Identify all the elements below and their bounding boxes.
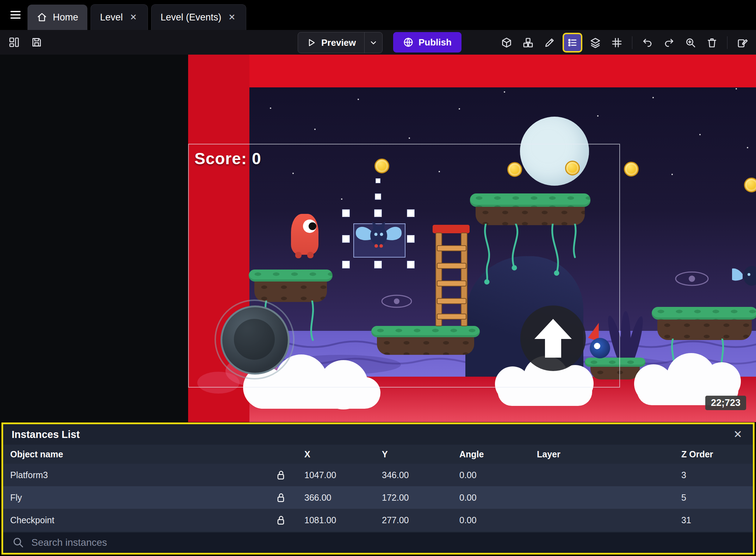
- coin-instance[interactable]: [744, 178, 756, 192]
- star: [671, 174, 673, 175]
- up-arrow-icon: [520, 305, 586, 371]
- player-leg: [307, 252, 314, 258]
- star: [341, 198, 342, 200]
- delete-button[interactable]: [704, 34, 720, 51]
- layout-grid-icon: [8, 37, 20, 48]
- instances-list-button[interactable]: [563, 33, 582, 52]
- lock-toggle[interactable]: [264, 469, 297, 481]
- zoom-in-icon: [685, 37, 696, 48]
- cube-icon: [501, 37, 512, 48]
- fly-instance[interactable]: [732, 258, 756, 292]
- selection-handle[interactable]: [342, 235, 350, 243]
- jump-button[interactable]: [520, 305, 586, 371]
- zoom-button[interactable]: [682, 34, 699, 51]
- layers-icon: [590, 37, 601, 48]
- ladder-rung: [437, 314, 466, 320]
- lock-toggle[interactable]: [264, 492, 297, 503]
- publish-label: Publish: [419, 37, 452, 48]
- menu-button[interactable]: [6, 8, 23, 22]
- cell-angle: 0.00: [452, 515, 530, 525]
- platform-grass: [371, 326, 480, 337]
- preview-label: Preview: [321, 37, 356, 48]
- tab-bar: Home Level ✕ Level (Events) ✕: [0, 0, 756, 30]
- eye-creature[interactable]: [674, 270, 710, 287]
- moon[interactable]: [520, 117, 589, 186]
- platform-instance[interactable]: [371, 326, 480, 355]
- preview-split-button[interactable]: Preview: [298, 32, 383, 53]
- edit-scene-icon: [737, 37, 748, 48]
- undo-button[interactable]: [639, 34, 656, 51]
- player-instance[interactable]: [291, 214, 318, 255]
- lock-toggle[interactable]: [264, 514, 297, 526]
- instances-table-header: Object name X Y Angle Layer Z Order: [3, 445, 753, 464]
- star: [699, 134, 701, 135]
- cell-z-order: 5: [674, 493, 753, 503]
- fly-instance[interactable]: [352, 217, 405, 256]
- platform-instance[interactable]: [249, 270, 333, 302]
- selection-handle[interactable]: [407, 261, 415, 268]
- coin-instance[interactable]: [507, 162, 522, 177]
- table-row[interactable]: Platform3 1047.00 346.00 0.00 3: [3, 464, 753, 486]
- tab-level-events[interactable]: Level (Events) ✕: [151, 4, 247, 30]
- project-manager-button[interactable]: [6, 34, 23, 51]
- platform-instance[interactable]: [652, 307, 756, 340]
- ladder-rung: [437, 245, 466, 251]
- platform-dirt: [657, 320, 752, 340]
- selection-handle[interactable]: [374, 261, 382, 268]
- publish-button[interactable]: Publish: [393, 32, 461, 52]
- star: [439, 171, 440, 172]
- tab-level-events-label: Level (Events): [161, 12, 222, 23]
- rotation-handle[interactable]: [375, 193, 381, 200]
- scene-canvas[interactable]: Score: 0 22;723: [0, 55, 756, 422]
- platform-instance[interactable]: [470, 193, 590, 225]
- redo-button[interactable]: [661, 34, 677, 51]
- cell-y: 172.00: [375, 493, 452, 503]
- selection-handle[interactable]: [342, 261, 350, 268]
- tab-home[interactable]: Home: [27, 5, 87, 30]
- col-x: X: [297, 449, 375, 459]
- save-button[interactable]: [28, 34, 45, 51]
- eye-creature[interactable]: [380, 294, 414, 309]
- cloud-base: [247, 377, 380, 409]
- ladder-instance[interactable]: [434, 225, 468, 325]
- edit-scene-button[interactable]: [734, 34, 751, 51]
- selection-handle[interactable]: [342, 209, 350, 217]
- coin-instance[interactable]: [565, 161, 580, 175]
- pink-bush: [197, 372, 240, 394]
- object-button[interactable]: [498, 34, 515, 51]
- star: [270, 107, 271, 109]
- search-bar: [3, 532, 753, 553]
- play-icon: [306, 38, 316, 48]
- selection-handle[interactable]: [374, 209, 382, 217]
- ladder-rung: [437, 298, 466, 304]
- objects-group-button[interactable]: [520, 34, 537, 51]
- coin-instance[interactable]: [374, 159, 389, 173]
- star: [597, 115, 599, 117]
- coin-instance[interactable]: [624, 162, 639, 177]
- grid-button[interactable]: [608, 34, 625, 51]
- table-row[interactable]: Fly 366.00 172.00 0.00 5: [3, 486, 753, 509]
- star: [652, 97, 654, 98]
- trash-icon: [706, 37, 718, 48]
- cell-x: 1081.00: [297, 515, 375, 525]
- layers-button[interactable]: [587, 34, 604, 51]
- rotation-handle[interactable]: [376, 178, 380, 183]
- table-row[interactable]: Checkpoint 1081.00 277.00 0.00 31: [3, 509, 753, 531]
- preview-button[interactable]: Preview: [298, 32, 364, 53]
- edit-object-button[interactable]: [541, 34, 558, 51]
- tab-level[interactable]: Level ✕: [91, 4, 148, 30]
- enemy-instance[interactable]: [590, 338, 610, 358]
- cursor-coordinates-badge: 22;723: [705, 396, 746, 410]
- close-tab-icon[interactable]: ✕: [129, 12, 138, 22]
- score-text: Score: 0: [194, 149, 261, 168]
- close-panel-icon[interactable]: ✕: [731, 429, 744, 440]
- selection-handle[interactable]: [407, 209, 415, 217]
- selection-handle[interactable]: [407, 235, 415, 243]
- star: [314, 129, 316, 130]
- star: [292, 173, 294, 174]
- search-input[interactable]: [31, 532, 753, 553]
- close-tab-icon[interactable]: ✕: [227, 12, 237, 22]
- cell-angle: 0.00: [452, 493, 530, 503]
- star: [504, 91, 505, 93]
- preview-dropdown-button[interactable]: [365, 32, 382, 53]
